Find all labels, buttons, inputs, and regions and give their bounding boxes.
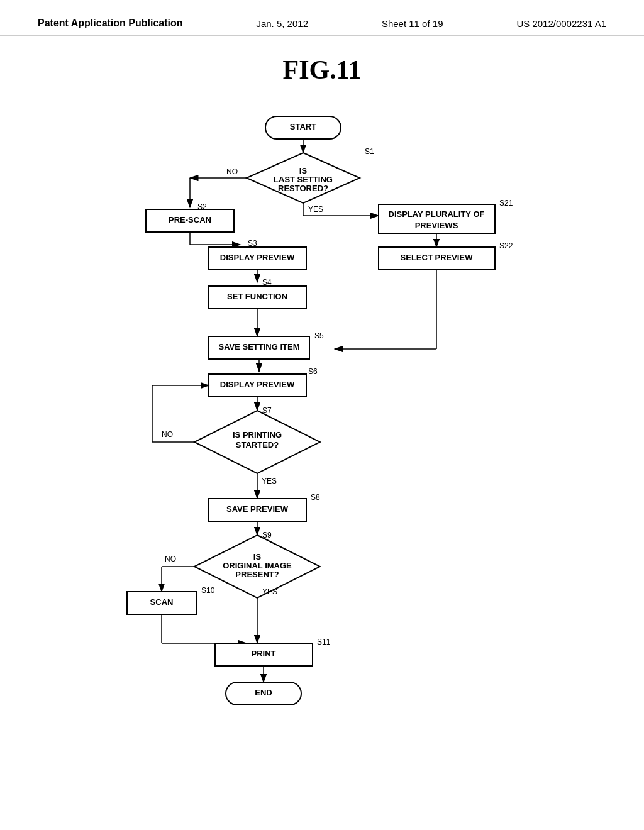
s21-label: DISPLAY PLURALITY OF [389, 209, 485, 219]
s22-step: S22 [499, 241, 513, 250]
s7-yes-label: YES [262, 477, 277, 485]
s5-label: SAVE SETTING ITEM [218, 342, 299, 351]
page-header: Patent Application Publication Jan. 5, 2… [0, 0, 644, 36]
s5-step: S5 [314, 331, 324, 340]
s9-yes-label: YES [262, 587, 277, 596]
s9-label: IS [253, 552, 262, 562]
s7-label: IS PRINTING [233, 430, 282, 440]
s11-label: PRINT [252, 649, 276, 658]
s1-label2: LAST SETTING [274, 175, 333, 184]
s1-yes-label: YES [308, 205, 323, 214]
s8-step: S8 [311, 493, 320, 502]
s1-no-label: NO [226, 167, 238, 176]
flowchart-svg: START IS LAST SETTING RESTORED? S1 NO S2… [64, 104, 580, 745]
s8-label: SAVE PREVIEW [226, 504, 289, 514]
s9-label2: ORIGINAL IMAGE [223, 561, 292, 570]
patent-number: US 2012/0002231 A1 [516, 18, 606, 29]
s3-label: DISPLAY PREVIEW [220, 253, 295, 262]
s7-no-label: NO [162, 430, 173, 439]
s7-label2: STARTED? [236, 440, 279, 450]
s4-label: SET FUNCTION [227, 292, 287, 301]
s10-label: SCAN [150, 597, 174, 607]
s1-label: IS [299, 166, 308, 175]
s22-label: SELECT PREVIEW [401, 253, 474, 262]
s6-label: DISPLAY PREVIEW [220, 380, 295, 389]
publication-date: Jan. 5, 2012 [256, 18, 308, 29]
s21-label2: PREVIEWS [415, 221, 458, 230]
sheet-info: Sheet 11 of 19 [382, 18, 443, 29]
s4-step: S4 [262, 278, 272, 287]
s1-label3: RESTORED? [278, 184, 328, 193]
flowchart-container: START IS LAST SETTING RESTORED? S1 NO S2… [38, 104, 606, 745]
s6-step: S6 [308, 367, 318, 376]
s10-step: S10 [201, 586, 215, 595]
s21-step: S21 [499, 199, 513, 208]
end-label: END [255, 688, 272, 697]
s9-label3: PRESENT? [235, 570, 279, 579]
s11-step: S11 [317, 638, 331, 646]
diagram-area: FIG.11 START IS LAST SETTING RESTORED? S… [0, 36, 644, 764]
start-label: START [290, 122, 316, 131]
publication-title: Patent Application Publication [38, 18, 183, 29]
figure-title: FIG.11 [38, 55, 606, 85]
s3-step: S3 [248, 239, 257, 248]
s2-label: PRE-SCAN [169, 215, 211, 224]
s9-no-label: NO [165, 555, 176, 563]
s1-step: S1 [365, 147, 374, 156]
